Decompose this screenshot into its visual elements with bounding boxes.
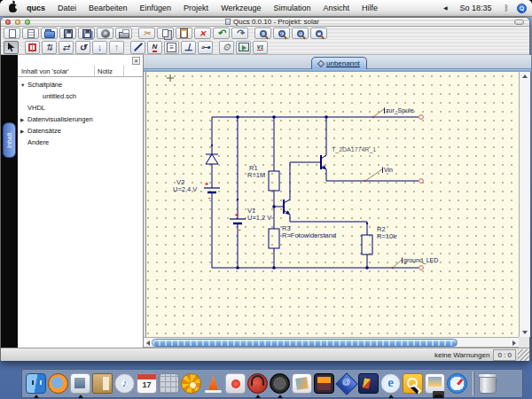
- dock-internet-explorer-icon[interactable]: [380, 373, 401, 394]
- menu-simulation[interactable]: Simulation: [267, 0, 317, 17]
- select-pointer-button[interactable]: [4, 41, 19, 54]
- menu-clock[interactable]: So 18:35: [454, 0, 498, 17]
- new-text-document-button[interactable]: [22, 27, 39, 39]
- tree-item-andere[interactable]: Andere: [18, 137, 143, 148]
- tab-unbenannt[interactable]: unbenannt: [311, 57, 367, 69]
- insert-port-button[interactable]: [198, 41, 213, 54]
- rotate-component-button[interactable]: [75, 41, 90, 54]
- menu-hilfe[interactable]: Hilfe: [356, 0, 384, 17]
- tree-item-datenvisualisierungen[interactable]: ▶Datenvisualisierungen: [18, 113, 143, 125]
- battery-v1[interactable]: + - V1 U=1,2 V: [230, 207, 271, 233]
- title-bar[interactable]: Qucs 0.0.10 - Projekt: solar: [1, 18, 529, 27]
- toolbar-toggle-pill[interactable]: [514, 20, 524, 25]
- sidebar-tab-inhalt[interactable]: Inhalt: [3, 122, 16, 158]
- close-file-button[interactable]: [97, 27, 113, 39]
- menu-projekt[interactable]: Projekt: [177, 0, 215, 17]
- cut-button[interactable]: [138, 27, 155, 39]
- menu-werkzeuge[interactable]: Werkzeuge: [215, 0, 267, 17]
- spotlight-icon[interactable]: [517, 4, 527, 13]
- push-into-subcircuit-button[interactable]: [92, 41, 107, 54]
- dock-photo-editor-icon[interactable]: [314, 373, 334, 394]
- open-node-circles[interactable]: [419, 115, 424, 270]
- open-file-button[interactable]: [41, 27, 58, 39]
- resistor-r3[interactable]: R3 R=Fotowiderstand: [269, 224, 336, 248]
- resize-grip[interactable]: [518, 349, 529, 361]
- delete-button[interactable]: [194, 27, 211, 39]
- pop-out-of-subcircuit-button[interactable]: [109, 41, 124, 54]
- set-marker-button[interactable]: [253, 41, 268, 54]
- zoom-one-to-one-button[interactable]: [273, 27, 290, 39]
- dock-nti-cd-burner-icon[interactable]: [181, 373, 201, 394]
- dock-address-book-icon[interactable]: [92, 373, 113, 394]
- zoom-fit-button[interactable]: [254, 27, 271, 39]
- volume-icon[interactable]: [437, 0, 454, 17]
- expand-arrow-icon[interactable]: ▼: [20, 80, 27, 91]
- column-divider[interactable]: [123, 66, 124, 76]
- dock-firefox-icon[interactable]: [48, 373, 68, 394]
- scroll-up-arrow-icon[interactable]: [522, 74, 528, 78]
- dock-trash-icon[interactable]: [479, 375, 497, 394]
- transistor-q2[interactable]: [284, 200, 290, 215]
- battery-v2[interactable]: + - V2 U=2,4 V: [173, 178, 220, 201]
- dock-calculator-icon[interactable]: [159, 373, 179, 394]
- redo-button[interactable]: [231, 27, 248, 39]
- insert-ground-button[interactable]: [181, 41, 196, 54]
- minimize-window-button[interactable]: [15, 20, 20, 25]
- dock-vlc-icon[interactable]: [203, 373, 223, 394]
- vertical-scrollbar[interactable]: [519, 72, 530, 337]
- dock-audio-app-icon[interactable]: [247, 373, 268, 394]
- undo-button[interactable]: [213, 27, 230, 39]
- menu-einfuegen[interactable]: Einfügen: [134, 0, 178, 17]
- menu-datei[interactable]: Datei: [51, 0, 82, 17]
- dock-finder-icon[interactable]: [26, 373, 46, 394]
- dock-preview-icon[interactable]: [70, 373, 90, 394]
- view-data-display-button[interactable]: [236, 41, 251, 54]
- insert-equation-button[interactable]: [164, 41, 179, 54]
- copy-button[interactable]: [157, 27, 174, 39]
- diode-component[interactable]: [206, 154, 218, 164]
- net-label-zur-spule[interactable]: zur_Spule: [372, 107, 414, 118]
- menu-ansicht[interactable]: Ansicht: [317, 0, 356, 17]
- zoom-out-button[interactable]: [310, 27, 327, 39]
- tree-item-vhdl[interactable]: VHDL: [18, 102, 143, 113]
- dock-safari-icon[interactable]: [447, 373, 467, 394]
- net-label-vin[interactable]: Vin: [364, 167, 393, 182]
- tree-item-untitled-sch[interactable]: untitled.sch: [18, 90, 143, 102]
- scroll-right-arrow-icon[interactable]: [512, 340, 516, 346]
- zoom-in-button[interactable]: [292, 27, 309, 39]
- column-divider[interactable]: [94, 66, 95, 76]
- dock-photo-viewer-icon[interactable]: [292, 373, 312, 394]
- tree-item-schaltplaene[interactable]: ▼Schaltpläne: [18, 79, 143, 90]
- scroll-down-arrow-icon[interactable]: [522, 331, 528, 334]
- dock-iphoto-icon[interactable]: [425, 373, 445, 394]
- print-button[interactable]: [115, 27, 132, 39]
- insert-wire-button[interactable]: [130, 41, 145, 54]
- dock-itunes-icon[interactable]: [114, 373, 135, 394]
- scroll-left-arrow-icon[interactable]: [146, 340, 150, 346]
- simulate-button[interactable]: [219, 41, 234, 54]
- dock-blue-diamond-app-icon[interactable]: [336, 373, 356, 394]
- resistor-r1[interactable]: R1 R=1M: [247, 164, 279, 191]
- save-button[interactable]: [59, 27, 76, 39]
- apple-menu-icon[interactable]: [9, 4, 17, 12]
- mirror-about-y-button[interactable]: [59, 41, 74, 54]
- tree-item-datensaetze[interactable]: ▶Datensätze: [18, 125, 143, 137]
- dock-toast-icon[interactable]: [225, 373, 246, 394]
- paste-button[interactable]: [176, 27, 192, 39]
- insert-wire-label-button[interactable]: [147, 41, 162, 54]
- dock-compass-dial-icon[interactable]: [270, 373, 290, 394]
- wire-net[interactable]: [212, 117, 419, 268]
- transistor-q1[interactable]: T_2DA1774R_1: [321, 146, 376, 169]
- horizontal-scrollbar[interactable]: [144, 337, 519, 348]
- dock-sherlock-icon[interactable]: [403, 373, 423, 394]
- horizontal-scroll-thumb[interactable]: [152, 339, 458, 347]
- dock-appleworks-icon[interactable]: [358, 373, 379, 394]
- new-document-button[interactable]: [4, 27, 20, 39]
- save-all-button[interactable]: [78, 27, 95, 39]
- net-label-ground-led[interactable]: ground_LED: [392, 257, 439, 269]
- deactivate-component-button[interactable]: [25, 41, 40, 54]
- dock-ical-icon[interactable]: 17: [137, 373, 157, 394]
- menu-qucs[interactable]: qucs: [20, 0, 51, 17]
- menu-bearbeiten[interactable]: Bearbeiten: [82, 0, 134, 17]
- panel-close-button[interactable]: [132, 57, 140, 65]
